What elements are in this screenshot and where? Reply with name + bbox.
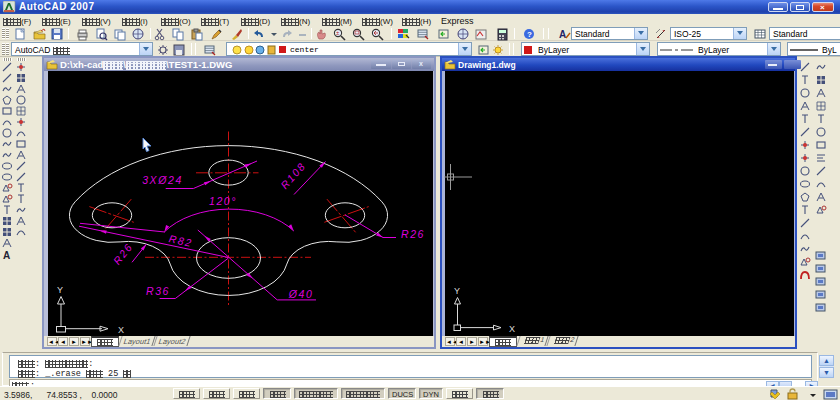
svg-text:Y: Y bbox=[57, 285, 63, 295]
svg-text:X: X bbox=[509, 324, 515, 334]
svg-text:?: ? bbox=[527, 30, 532, 39]
svg-text:120°: 120° bbox=[209, 195, 237, 207]
svg-text:A: A bbox=[559, 29, 566, 40]
svg-text:Y: Y bbox=[454, 286, 460, 296]
svg-text:R26: R26 bbox=[111, 240, 135, 266]
svg-text:Ø40: Ø40 bbox=[288, 288, 314, 300]
svg-text:R108: R108 bbox=[278, 160, 308, 191]
svg-text:R82: R82 bbox=[168, 232, 194, 249]
svg-text:X: X bbox=[118, 325, 124, 335]
svg-text:R26: R26 bbox=[401, 228, 425, 240]
svg-text:A: A bbox=[3, 250, 10, 261]
svg-text:R36: R36 bbox=[146, 285, 170, 297]
svg-text:3XØ24: 3XØ24 bbox=[142, 174, 183, 186]
